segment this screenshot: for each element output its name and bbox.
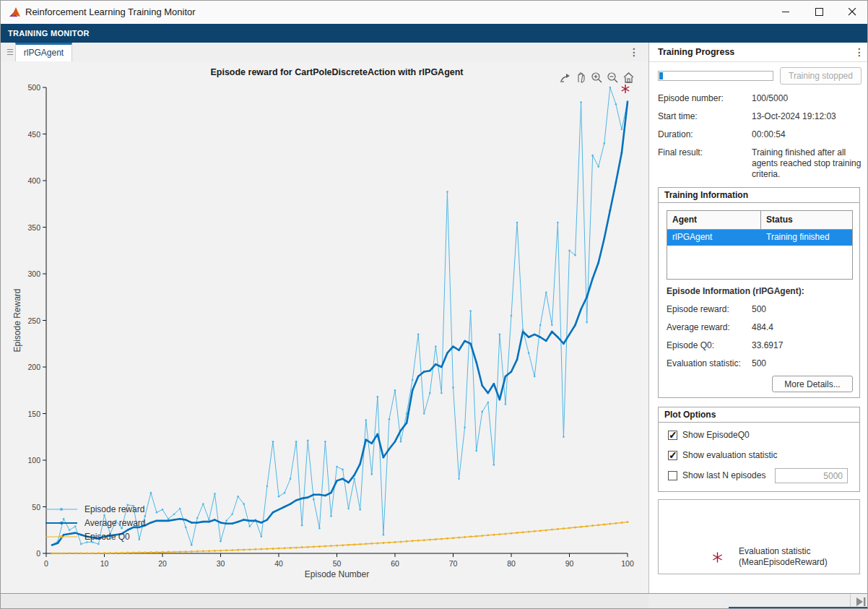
ribbon-tab-training-monitor[interactable]: TRAINING MONITOR xyxy=(8,29,90,38)
last-n-episodes-input[interactable] xyxy=(775,468,848,483)
svg-text:70: 70 xyxy=(449,559,458,568)
skip-to-end-icon[interactable] xyxy=(855,597,867,607)
final-result-value: Training finished after all agents reach… xyxy=(752,147,862,180)
legend-entry-average-reward: Average reward xyxy=(45,518,146,528)
agent-cell: rlPGAgent xyxy=(667,230,761,246)
svg-text:50: 50 xyxy=(333,559,342,568)
horizontal-scrollbar[interactable] xyxy=(1,594,648,609)
legend-entry-evaluation-statistic xyxy=(711,551,724,566)
episode-q0-label: Episode Q0: xyxy=(667,340,714,350)
show-last-n-episodes-label[interactable]: Show last N episodes xyxy=(682,470,765,480)
tab-rlpgagent[interactable]: rlPGAgent xyxy=(15,43,72,61)
average-reward-value: 484.4 xyxy=(752,322,773,332)
svg-text:90: 90 xyxy=(565,559,574,568)
table-row[interactable]: rlPGAgent Training finished xyxy=(667,230,852,246)
svg-text:Episode Reward: Episode Reward xyxy=(12,288,22,352)
episode-number-label: Episode number: xyxy=(658,93,724,103)
maximize-button[interactable] xyxy=(802,1,836,23)
progress-bar-fill xyxy=(659,72,663,79)
window-title: Reinforcement Learning Training Monitor xyxy=(25,7,196,17)
column-header-status[interactable]: Status xyxy=(761,211,852,229)
document-tab-strip: ☰ xyxy=(1,43,648,61)
show-episodeq0-checkbox[interactable] xyxy=(668,431,677,440)
episode-information-title: Episode Information (rlPGAgent): xyxy=(667,286,804,296)
show-evaluation-statistic-label[interactable]: Show evaluation statistic xyxy=(682,450,777,460)
title-bar: Reinforcement Learning Training Monitor xyxy=(1,1,868,24)
average-reward-line-sample xyxy=(45,519,79,527)
legend-entry-episode-reward: Episode reward xyxy=(45,504,144,514)
svg-text:200: 200 xyxy=(27,363,40,371)
more-details-button[interactable]: More Details... xyxy=(772,376,853,392)
toolstrip-ribbon: TRAINING MONITOR xyxy=(1,24,868,43)
svg-text:40: 40 xyxy=(274,559,283,568)
svg-text:500: 500 xyxy=(27,83,40,92)
episode-number-value: 100/5000 xyxy=(752,93,788,103)
evaluation-statistic-label: Evaluation statistic: xyxy=(667,358,741,368)
svg-text:50: 50 xyxy=(32,503,40,511)
training-stopped-button[interactable]: Training stopped xyxy=(780,67,862,85)
episode-reward-value: 500 xyxy=(752,304,766,314)
tab-options-kebab-icon[interactable]: ⋮ xyxy=(628,46,640,59)
average-reward-label: Average reward: xyxy=(667,322,730,332)
plot-options-title: Plot Options xyxy=(659,407,859,423)
panel-options-kebab-icon[interactable]: ⋮ xyxy=(854,46,865,59)
svg-text:10: 10 xyxy=(100,559,109,568)
right-panel-title: Training Progress xyxy=(658,47,734,57)
start-time-value: 13-Oct-2024 19:12:03 xyxy=(752,111,836,121)
close-button[interactable] xyxy=(836,1,868,23)
svg-text:20: 20 xyxy=(158,559,167,568)
svg-text:400: 400 xyxy=(27,176,40,185)
episode-reward-label: Episode reward: xyxy=(667,304,729,314)
svg-text:Episode Number: Episode Number xyxy=(305,569,369,579)
app-window: Reinforcement Learning Training Monitor … xyxy=(0,0,868,609)
matlab-logo-icon xyxy=(9,6,22,19)
evaluation-statistic-value: 500 xyxy=(752,358,766,368)
svg-text:30: 30 xyxy=(217,559,225,568)
svg-text:100: 100 xyxy=(27,456,40,465)
episode-reward-line-sample xyxy=(45,505,79,514)
svg-text:350: 350 xyxy=(27,223,40,232)
show-episodeq0-label[interactable]: Show EpisodeQ0 xyxy=(682,430,750,440)
svg-text:100: 100 xyxy=(621,559,634,568)
legend-entry-episode-q0: Episode Q0 xyxy=(45,532,130,542)
tab-grip-icon[interactable]: ☰ xyxy=(4,47,16,57)
svg-text:80: 80 xyxy=(507,559,516,568)
episode-q0-value: 33.6917 xyxy=(752,340,783,350)
duration-label: Duration: xyxy=(658,129,693,139)
svg-text:0: 0 xyxy=(36,549,40,558)
minimize-button[interactable] xyxy=(769,1,802,23)
training-information-title: Training Information xyxy=(659,188,859,203)
evaluation-legend-label: Evaluation statistic (MeanEpisodeReward) xyxy=(739,546,828,568)
svg-text:150: 150 xyxy=(27,410,40,418)
svg-text:300: 300 xyxy=(27,269,40,278)
evaluation-asterisk-icon xyxy=(711,551,724,563)
duration-value: 00:00:54 xyxy=(752,129,786,139)
final-result-label: Final result: xyxy=(658,147,703,157)
start-time-label: Start time: xyxy=(658,111,698,121)
show-last-n-episodes-checkbox[interactable] xyxy=(668,471,677,480)
svg-text:0: 0 xyxy=(44,559,48,568)
agent-status-table: Agent Status rlPGAgent Training finished xyxy=(667,210,853,280)
status-cell: Training finished xyxy=(761,230,852,246)
training-progress-bar xyxy=(658,71,773,81)
svg-text:450: 450 xyxy=(27,130,40,139)
svg-text:250: 250 xyxy=(27,316,40,325)
column-header-agent[interactable]: Agent xyxy=(667,211,761,229)
svg-text:60: 60 xyxy=(391,559,399,568)
episode-q0-line-sample xyxy=(45,532,79,541)
show-evaluation-statistic-checkbox[interactable] xyxy=(668,451,677,460)
table-header-row: Agent Status xyxy=(667,211,852,230)
